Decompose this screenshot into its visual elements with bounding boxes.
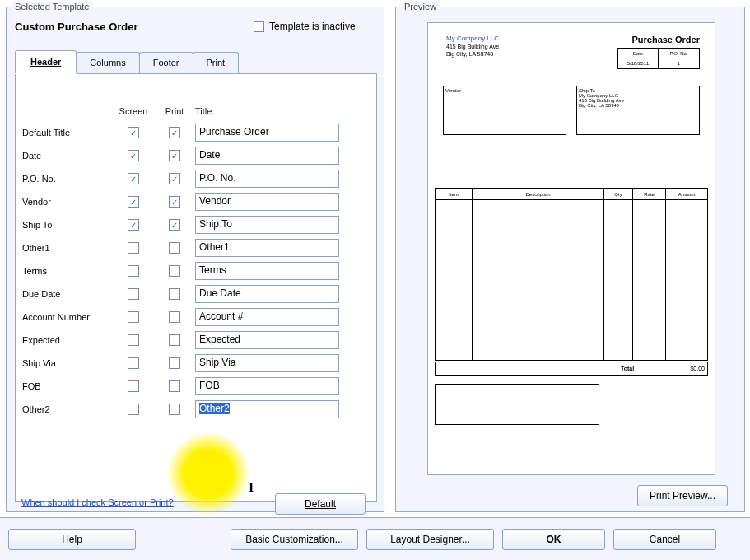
selected-template-fieldset: Selected Template Custom Purchase Order … [6,7,384,512]
title-input[interactable]: Due Date [195,285,339,303]
title-input[interactable]: Ship Via [195,354,339,372]
title-input[interactable]: Other1 [195,239,339,257]
title-input[interactable]: Terms [195,262,339,280]
title-input[interactable]: Date [195,147,339,165]
print-checkbox[interactable] [169,127,180,138]
print-checkbox[interactable] [169,380,180,392]
column-header-title: Title [195,106,364,116]
screen-checkbox[interactable] [128,380,139,392]
field-label: Ship To [22,220,113,230]
tab-footer[interactable]: Footer [139,52,193,73]
text-cursor-icon: I [249,480,254,495]
title-input[interactable]: Account # [195,308,339,326]
preview-fieldset: Preview My Company LLC 415 Big Building … [395,7,745,512]
tab-header[interactable]: Header [15,50,77,73]
field-label: Ship Via [22,358,113,368]
tab-content-header: Screen Print Title Default TitlePurchase… [15,73,377,502]
field-row: Ship ToShip To [22,213,364,236]
preview-vendor-box: Vendor [443,86,566,135]
print-checkbox[interactable] [169,404,180,415]
title-input[interactable]: P.O. No. [195,170,339,188]
title-input[interactable]: Ship To [195,216,339,234]
field-label: Expected [22,335,113,345]
field-label: FOB [22,381,113,391]
screen-checkbox[interactable] [128,404,139,415]
field-row: FOBFOB [22,375,364,398]
field-row: Due DateDue Date [22,282,364,306]
print-checkbox[interactable] [169,150,180,161]
screen-checkbox[interactable] [128,196,139,208]
preview-th-amount: Amount [666,189,707,199]
title-input[interactable]: Vendor [195,193,339,211]
field-row: P.O. No.P.O. No. [22,167,364,190]
field-label: Terms [22,266,113,276]
field-row: Default TitlePurchase Order [22,121,364,144]
title-input[interactable]: FOB [195,377,339,395]
print-checkbox[interactable] [169,196,180,208]
preview-th-rate: Rate [633,189,666,199]
template-inactive-label: Template is inactive [269,21,356,32]
screen-checkbox[interactable] [128,219,139,231]
preview-date-pono-box: Date P.O. No. 5/18/2011 1 [617,48,700,69]
screen-checkbox[interactable] [128,265,139,277]
template-inactive-row[interactable]: Template is inactive [254,21,356,32]
tab-columns[interactable]: Columns [76,52,139,73]
screen-or-print-help-link[interactable]: When should I check Screen or Print? [21,497,174,507]
print-checkbox[interactable] [169,173,180,184]
preview-company-name: My Company LLC [446,35,499,42]
preview-th-desc: Description [473,189,604,199]
help-button[interactable]: Help [8,529,136,550]
title-input[interactable]: Purchase Order [195,124,339,142]
preview-doc-title: Purchase Order [631,35,700,44]
field-row: TermsTerms [22,259,364,282]
template-inactive-checkbox[interactable] [254,21,264,32]
screen-checkbox[interactable] [128,242,139,254]
default-button[interactable]: Default [275,493,366,515]
preview-total-row: Total $0.00 [435,362,708,376]
tab-print[interactable]: Print [193,52,240,73]
screen-checkbox[interactable] [128,334,139,346]
column-header-print: Print [154,106,195,116]
field-row: DateDate [22,144,364,167]
field-label: Vendor [22,197,113,207]
field-label: Other2 [22,404,113,414]
print-checkbox[interactable] [169,265,180,277]
screen-checkbox[interactable] [128,311,139,323]
screen-checkbox[interactable] [128,288,139,300]
preview-legend: Preview [401,2,440,12]
field-label: Default Title [22,128,113,138]
title-input[interactable]: Other2 [195,400,339,418]
preview-shipto-box: Ship To My Company LLC 415 Big Building … [576,86,700,135]
field-row: Other1Other1 [22,236,364,259]
screen-checkbox[interactable] [128,127,139,138]
print-checkbox[interactable] [169,242,180,254]
ok-button[interactable]: OK [502,529,605,550]
field-label: P.O. No. [22,174,113,184]
preview-memo-box [435,384,599,425]
field-row: Other2Other2 [22,398,364,421]
field-row: Ship ViaShip Via [22,352,364,375]
screen-checkbox[interactable] [128,357,139,369]
screen-checkbox[interactable] [128,150,139,161]
attention-highlight [166,432,250,516]
field-label: Date [22,151,113,161]
preview-line-items-table: Item Description Qty Rate Amount [435,188,708,361]
print-checkbox[interactable] [169,357,180,369]
print-checkbox[interactable] [169,334,180,346]
preview-th-item: Item [436,189,473,199]
cancel-button[interactable]: Cancel [613,529,716,550]
print-checkbox[interactable] [169,288,180,300]
screen-checkbox[interactable] [128,173,139,184]
layout-designer-button[interactable]: Layout Designer... [366,529,494,550]
print-checkbox[interactable] [169,219,180,231]
print-preview-button[interactable]: Print Preview... [637,485,728,506]
field-row: Account NumberAccount # [22,306,364,329]
print-checkbox[interactable] [169,311,180,323]
title-input[interactable]: Expected [195,331,339,349]
dialog-button-bar: Help Basic Customization... Layout Desig… [0,517,750,560]
basic-customization-button[interactable]: Basic Customization... [231,529,358,550]
field-row: VendorVendor [22,190,364,213]
preview-company-address: 415 Big Building Ave Big City, LA 58748 [446,43,499,58]
field-label: Other1 [22,243,113,253]
field-label: Account Number [22,312,113,322]
